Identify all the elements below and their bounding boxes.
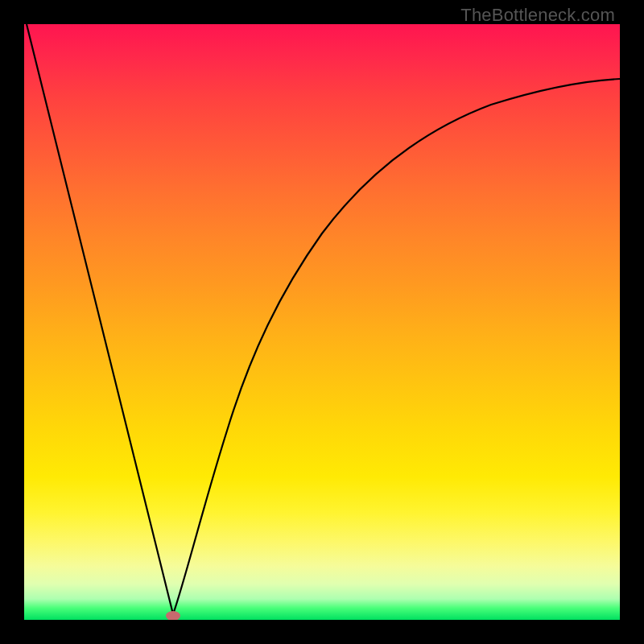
- bottleneck-curve: [27, 24, 620, 614]
- curve-svg: [24, 24, 620, 620]
- watermark-text: TheBottleneck.com: [460, 5, 615, 26]
- minimum-marker: [166, 611, 180, 620]
